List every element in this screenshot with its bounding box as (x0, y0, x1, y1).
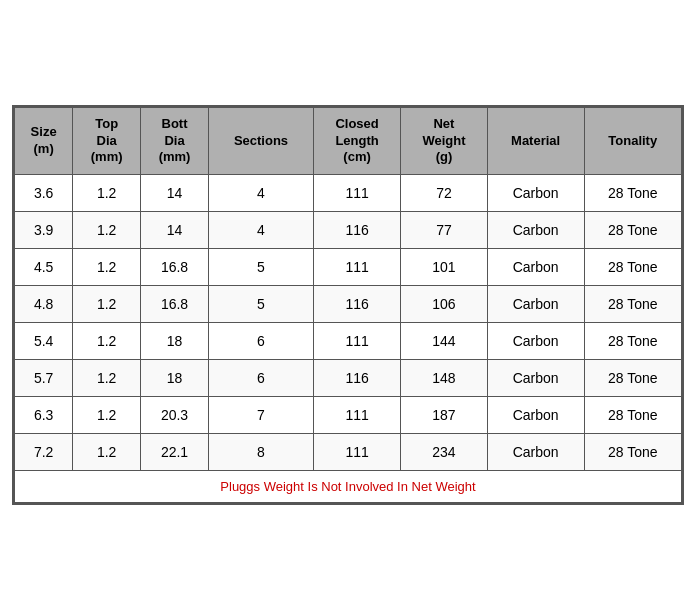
cell-top_dia: 1.2 (73, 434, 141, 471)
cell-closed_length: 116 (314, 212, 401, 249)
cell-size: 7.2 (15, 434, 73, 471)
cell-closed_length: 116 (314, 286, 401, 323)
cell-sections: 5 (208, 286, 313, 323)
cell-tonality: 28 Tone (584, 249, 682, 286)
cell-closed_length: 111 (314, 397, 401, 434)
cell-sections: 6 (208, 360, 313, 397)
table-row: 3.91.214411677Carbon28 Tone (15, 212, 682, 249)
cell-tonality: 28 Tone (584, 434, 682, 471)
cell-net_weight: 101 (401, 249, 488, 286)
cell-closed_length: 111 (314, 323, 401, 360)
table-row: 4.81.216.85116106Carbon28 Tone (15, 286, 682, 323)
cell-tonality: 28 Tone (584, 175, 682, 212)
col-header-size: Size(m) (15, 107, 73, 175)
col-header-closed-length: ClosedLength(cm) (314, 107, 401, 175)
cell-material: Carbon (487, 397, 584, 434)
cell-bott_dia: 14 (141, 175, 209, 212)
cell-sections: 7 (208, 397, 313, 434)
table-row: 6.31.220.37111187Carbon28 Tone (15, 397, 682, 434)
cell-material: Carbon (487, 360, 584, 397)
cell-tonality: 28 Tone (584, 286, 682, 323)
cell-size: 6.3 (15, 397, 73, 434)
table-row: 7.21.222.18111234Carbon28 Tone (15, 434, 682, 471)
table-row: 5.41.2186111144Carbon28 Tone (15, 323, 682, 360)
cell-top_dia: 1.2 (73, 323, 141, 360)
cell-closed_length: 116 (314, 360, 401, 397)
cell-size: 5.4 (15, 323, 73, 360)
cell-size: 4.5 (15, 249, 73, 286)
cell-material: Carbon (487, 249, 584, 286)
cell-net_weight: 234 (401, 434, 488, 471)
cell-bott_dia: 18 (141, 323, 209, 360)
table-header-row: Size(m) TopDia(mm) BottDia(mm) Sections … (15, 107, 682, 175)
table-row: 4.51.216.85111101Carbon28 Tone (15, 249, 682, 286)
cell-material: Carbon (487, 175, 584, 212)
col-header-material: Material (487, 107, 584, 175)
cell-sections: 6 (208, 323, 313, 360)
cell-sections: 5 (208, 249, 313, 286)
cell-size: 4.8 (15, 286, 73, 323)
cell-top_dia: 1.2 (73, 286, 141, 323)
cell-size: 3.9 (15, 212, 73, 249)
cell-net_weight: 144 (401, 323, 488, 360)
col-header-tonality: Tonality (584, 107, 682, 175)
cell-sections: 8 (208, 434, 313, 471)
cell-bott_dia: 18 (141, 360, 209, 397)
cell-sections: 4 (208, 212, 313, 249)
cell-material: Carbon (487, 212, 584, 249)
cell-bott_dia: 16.8 (141, 249, 209, 286)
cell-sections: 4 (208, 175, 313, 212)
cell-top_dia: 1.2 (73, 397, 141, 434)
footer-note: Pluggs Weight Is Not Involved In Net Wei… (15, 471, 682, 503)
product-table: Size(m) TopDia(mm) BottDia(mm) Sections … (14, 107, 682, 504)
cell-net_weight: 106 (401, 286, 488, 323)
cell-material: Carbon (487, 323, 584, 360)
cell-closed_length: 111 (314, 434, 401, 471)
product-table-wrapper: Size(m) TopDia(mm) BottDia(mm) Sections … (12, 105, 684, 506)
cell-bott_dia: 22.1 (141, 434, 209, 471)
cell-tonality: 28 Tone (584, 323, 682, 360)
cell-bott_dia: 14 (141, 212, 209, 249)
cell-net_weight: 187 (401, 397, 488, 434)
cell-top_dia: 1.2 (73, 360, 141, 397)
table-row: 5.71.2186116148Carbon28 Tone (15, 360, 682, 397)
col-header-top-dia: TopDia(mm) (73, 107, 141, 175)
cell-closed_length: 111 (314, 249, 401, 286)
col-header-sections: Sections (208, 107, 313, 175)
cell-size: 3.6 (15, 175, 73, 212)
cell-tonality: 28 Tone (584, 212, 682, 249)
cell-material: Carbon (487, 434, 584, 471)
cell-bott_dia: 20.3 (141, 397, 209, 434)
cell-top_dia: 1.2 (73, 212, 141, 249)
cell-top_dia: 1.2 (73, 249, 141, 286)
table-footer-row: Pluggs Weight Is Not Involved In Net Wei… (15, 471, 682, 503)
col-header-bott-dia: BottDia(mm) (141, 107, 209, 175)
cell-bott_dia: 16.8 (141, 286, 209, 323)
cell-size: 5.7 (15, 360, 73, 397)
cell-net_weight: 77 (401, 212, 488, 249)
cell-tonality: 28 Tone (584, 360, 682, 397)
cell-closed_length: 111 (314, 175, 401, 212)
cell-material: Carbon (487, 286, 584, 323)
cell-net_weight: 72 (401, 175, 488, 212)
cell-top_dia: 1.2 (73, 175, 141, 212)
cell-net_weight: 148 (401, 360, 488, 397)
col-header-net-weight: NetWeight(g) (401, 107, 488, 175)
table-row: 3.61.214411172Carbon28 Tone (15, 175, 682, 212)
cell-tonality: 28 Tone (584, 397, 682, 434)
